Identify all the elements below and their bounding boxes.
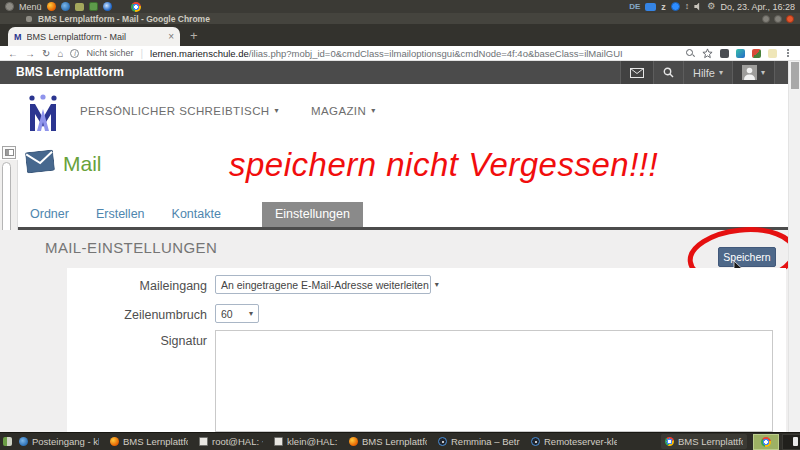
taskbar-item[interactable]: BMS Lernplattform - Ü...	[106, 434, 192, 449]
taskbar-item-label: BMS Lernplattform - Se...	[362, 436, 427, 447]
taskbar-item[interactable]: klein@HAL: ~	[270, 434, 342, 449]
maileingang-select[interactable]: An eingetragene E-Mail-Adresse weiterlei…	[215, 275, 431, 294]
input-method-icon[interactable]	[645, 3, 656, 11]
zeilenumbruch-value: 60	[221, 308, 243, 320]
chevron-down-icon: ▾	[249, 310, 253, 318]
taskbar-item-active[interactable]: BMS Lernplattform - M...	[661, 434, 747, 449]
chevron-down-icon: ▾	[371, 107, 375, 115]
marienschule-logo[interactable]	[27, 94, 59, 132]
tab-ordner[interactable]: Ordner	[30, 207, 69, 227]
page-title: Mail	[63, 152, 102, 176]
chevron-down-icon: ▾	[435, 281, 439, 289]
nav-magazin[interactable]: MAGAZIN ▾	[311, 105, 376, 117]
keyboard-layout-indicator[interactable]: DE	[629, 2, 640, 11]
distribution-menu-icon[interactable]	[5, 2, 14, 11]
workspace-1-active[interactable]	[753, 434, 779, 450]
browser-tab[interactable]: M BMS Lernplattform - Mail ×	[8, 27, 180, 46]
network-arrows-icon[interactable]: ↕	[685, 2, 690, 11]
panel-toggle-icon	[5, 149, 14, 156]
close-button[interactable]	[786, 15, 794, 23]
site-brand[interactable]: BMS Lernplattform	[16, 65, 620, 84]
maileingang-label: Maileingang	[67, 279, 207, 293]
nav-personal-desktop[interactable]: PERSÖNLICHER SCHREIBTISCH ▾	[80, 105, 279, 117]
thunderbird-launcher-icon[interactable]	[61, 2, 70, 11]
chevron-down-icon: ▾	[719, 69, 723, 77]
volume-icon[interactable]	[694, 3, 702, 11]
taskbar-item[interactable]: BMS Lernplattform - Se...	[345, 434, 431, 449]
extension-icon[interactable]	[720, 49, 729, 58]
firefox-icon	[349, 437, 358, 446]
files-launcher-icon[interactable]	[75, 3, 84, 11]
chrome-icon	[665, 437, 674, 446]
taskbar-item-label: root@HAL: ~	[212, 436, 263, 447]
minimize-button[interactable]	[762, 15, 770, 23]
taskbar-item-label: klein@HAL: ~	[287, 436, 338, 447]
new-tab-button[interactable]: +	[190, 28, 198, 44]
reload-icon[interactable]: ↻	[42, 47, 50, 60]
signatur-textarea[interactable]	[215, 330, 773, 432]
show-desktop-icon[interactable]	[3, 437, 12, 446]
terminal-launcher-icon[interactable]	[89, 2, 98, 11]
firefox-launcher-icon[interactable]	[47, 2, 56, 11]
extension-icon[interactable]	[768, 49, 777, 58]
z-tray-icon[interactable]: z	[661, 2, 666, 12]
browser-tab-strip: M BMS Lernplattform - Mail × +	[0, 24, 800, 46]
omnibox-divider: |	[140, 48, 143, 59]
close-tab-icon[interactable]: ×	[168, 32, 174, 42]
extension-icon[interactable]	[752, 49, 761, 58]
zoom-app-tray-icon[interactable]	[671, 2, 680, 11]
user-menu[interactable]: ▾	[732, 61, 774, 84]
mail-tabs: Ordner Erstellen Kontakte Einstellungen	[30, 203, 363, 227]
panel-clock[interactable]: Do, 23. Apr., 16:28	[720, 2, 795, 12]
site-subheader: PERSÖNLICHER SCHREIBTISCH ▾ MAGAZIN ▾	[0, 84, 800, 145]
zeilenumbruch-label: Zeilenumbruch	[67, 308, 207, 322]
zeilenumbruch-select[interactable]: 60 ▾	[215, 304, 259, 323]
menu-button[interactable]: Menü	[19, 2, 42, 12]
handwritten-annotation: speichern nicht Vergessen!!!	[229, 146, 774, 184]
taskbar-item-label: Remmina – Betrachter ...	[451, 436, 520, 447]
header-search-button[interactable]	[653, 61, 683, 84]
url-host: lernen.marienschule.de	[150, 48, 249, 59]
taskbar-item[interactable]: Remmina – Betrachter ...	[434, 434, 524, 449]
desktop-taskbar: Posteingang - klein@m... BMS Lernplattfo…	[0, 432, 800, 450]
avatar	[742, 65, 757, 80]
tab-einstellungen[interactable]: Einstellungen	[262, 202, 363, 227]
taskbar-item[interactable]: root@HAL: ~	[195, 434, 267, 449]
site-header: BMS Lernplattform Hilfe ▾ ▾	[0, 61, 800, 84]
tab-title: BMS Lernplattform - Mail	[27, 32, 164, 42]
search-icon	[663, 67, 674, 78]
tab-kontakte[interactable]: Kontakte	[172, 207, 221, 227]
page-viewport: BMS Lernplattform Hilfe ▾ ▾	[0, 61, 800, 432]
home-icon[interactable]: ⌂	[57, 47, 63, 60]
taskbar-item[interactable]: Remoteserver-klein	[527, 434, 621, 449]
zoom-page-icon[interactable]	[685, 48, 695, 58]
window-app-icon	[26, 16, 32, 22]
back-icon[interactable]: ←	[8, 47, 18, 60]
header-mail-button[interactable]	[620, 61, 653, 84]
address-url[interactable]: lernen.marienschule.de/ilias.php?mobj_id…	[150, 48, 678, 59]
taskbar-item[interactable]: Posteingang - klein@m...	[15, 434, 103, 449]
forward-icon[interactable]: →	[25, 47, 35, 60]
clock-app-icon[interactable]	[103, 2, 112, 11]
help-menu[interactable]: Hilfe ▾	[683, 61, 732, 84]
browser-scrollbar[interactable]	[788, 61, 800, 432]
site-info-icon[interactable]: i	[70, 49, 79, 58]
extension-icon[interactable]	[736, 49, 745, 58]
maileingang-value: An eingetragene E-Mail-Adresse weiterlei…	[221, 279, 429, 291]
settings-gear-icon[interactable]: ⚙	[707, 2, 715, 11]
workspace-2[interactable]	[782, 434, 800, 450]
browser-menu-icon[interactable]	[787, 52, 789, 54]
taskbar-item-label: Posteingang - klein@m...	[32, 436, 99, 447]
nav-label: PERSÖNLICHER SCHREIBTISCH	[80, 105, 270, 117]
tree-panel-toggle[interactable]	[2, 146, 16, 159]
tab-erstellen[interactable]: Erstellen	[96, 207, 145, 227]
settings-form: Maileingang An eingetragene E-Mail-Adres…	[67, 268, 786, 432]
scrollbar-thumb[interactable]	[791, 62, 799, 89]
desktop-top-panel: Menü DE z ↕ ⚙ Do, 23. Apr., 16:28	[0, 0, 800, 13]
window-titlebar[interactable]: BMS Lernplattform - Mail - Google Chrome	[0, 13, 800, 24]
nav-label: MAGAZIN	[311, 105, 366, 117]
chrome-launcher-icon[interactable]	[131, 2, 141, 12]
maximize-button[interactable]	[774, 15, 782, 23]
bookmark-star-icon[interactable]	[702, 48, 713, 59]
thunderbird-icon	[19, 437, 28, 446]
